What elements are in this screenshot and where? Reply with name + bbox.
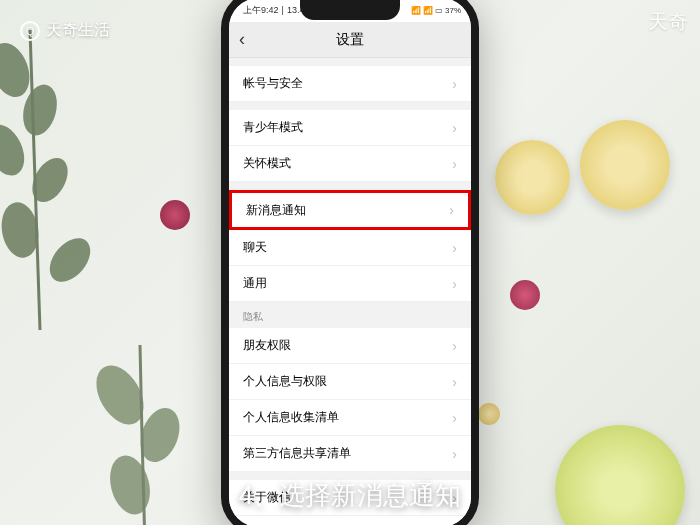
- chevron-right-icon: ›: [452, 374, 457, 390]
- status-time: 上午9:42: [243, 4, 279, 17]
- settings-item-label: 通用: [243, 275, 267, 292]
- settings-item-label: 聊天: [243, 239, 267, 256]
- settings-item-label: 新消息通知: [246, 202, 306, 219]
- chevron-right-icon: ›: [452, 446, 457, 462]
- decorative-flower: [478, 403, 500, 425]
- page-header: ‹ 设置: [229, 22, 471, 58]
- settings-item[interactable]: 新消息通知›: [229, 190, 471, 230]
- svg-point-8: [104, 451, 156, 519]
- svg-point-6: [87, 357, 154, 432]
- settings-item-label: 第三方信息共享清单: [243, 445, 351, 462]
- decorative-flower: [160, 200, 190, 230]
- svg-point-5: [42, 231, 99, 290]
- settings-item-label: 帐号与安全: [243, 75, 303, 92]
- phone-screen: 上午9:42 | 13.4K/s ⏰ ⊙ 📶 📶 ▭ 37% ‹ 设置 帐号与安…: [229, 0, 471, 525]
- settings-item[interactable]: 聊天›: [229, 230, 471, 266]
- decorative-flower: [510, 280, 540, 310]
- chevron-right-icon: ›: [452, 156, 457, 172]
- decorative-leaves-bottom: [80, 345, 200, 525]
- signal-icon: 📶: [411, 6, 421, 15]
- battery-icon: ▭: [435, 6, 443, 15]
- phone-frame: 上午9:42 | 13.4K/s ⏰ ⊙ 📶 📶 ▭ 37% ‹ 设置 帐号与安…: [221, 0, 479, 525]
- back-button[interactable]: ‹: [239, 29, 245, 50]
- settings-item[interactable]: 第三方信息共享清单›: [229, 436, 471, 472]
- settings-list: 帐号与安全›青少年模式›关怀模式›新消息通知›聊天›通用›隐私朋友权限›个人信息…: [229, 58, 471, 525]
- section-gap: [229, 182, 471, 190]
- phone-notch: [300, 0, 400, 20]
- decorative-citrus-slice: [495, 140, 570, 215]
- status-battery: 37%: [445, 6, 461, 15]
- chevron-right-icon: ›: [452, 338, 457, 354]
- chevron-right-icon: ›: [452, 410, 457, 426]
- decorative-lime-slice: [555, 425, 685, 525]
- settings-item[interactable]: 通用›: [229, 266, 471, 302]
- settings-item-label: 个人信息与权限: [243, 373, 327, 390]
- settings-item[interactable]: 青少年模式›: [229, 110, 471, 146]
- page-title: 设置: [336, 31, 364, 49]
- chevron-right-icon: ›: [452, 240, 457, 256]
- watermark-top-left: Q 天奇生活: [20, 20, 110, 41]
- wifi-icon: 📶: [423, 6, 433, 15]
- chevron-right-icon: ›: [452, 76, 457, 92]
- settings-item[interactable]: 朋友权限›: [229, 328, 471, 364]
- settings-item[interactable]: 关怀模式›: [229, 146, 471, 182]
- instruction-caption: 4、选择新消息通知: [239, 478, 461, 513]
- logo-icon: Q: [20, 21, 40, 41]
- settings-item[interactable]: 帮助与反馈›: [229, 516, 471, 525]
- watermark-top-right: 天奇: [648, 8, 688, 35]
- svg-point-3: [25, 152, 75, 209]
- section-gap: [229, 102, 471, 110]
- chevron-right-icon: ›: [452, 276, 457, 292]
- settings-item[interactable]: 个人信息与权限›: [229, 364, 471, 400]
- settings-item-label: 青少年模式: [243, 119, 303, 136]
- decorative-citrus-slice: [580, 120, 670, 210]
- settings-item-label: 朋友权限: [243, 337, 291, 354]
- decorative-leaves-left: [0, 30, 120, 330]
- section-header: 隐私: [229, 302, 471, 328]
- chevron-right-icon: ›: [449, 202, 454, 218]
- settings-item-label: 个人信息收集清单: [243, 409, 339, 426]
- settings-item[interactable]: 个人信息收集清单›: [229, 400, 471, 436]
- chevron-right-icon: ›: [452, 120, 457, 136]
- section-gap: [229, 58, 471, 66]
- settings-item-label: 关怀模式: [243, 155, 291, 172]
- settings-item[interactable]: 帐号与安全›: [229, 66, 471, 102]
